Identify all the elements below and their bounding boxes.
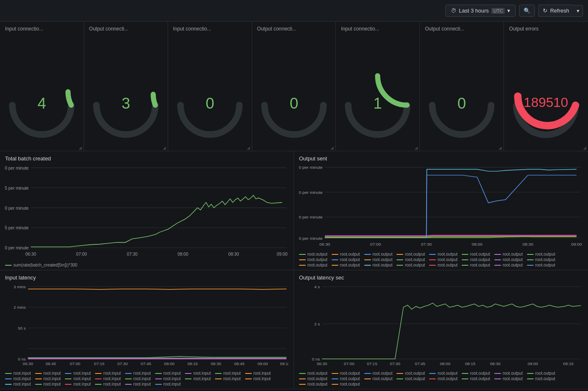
legend-label: root.output [535, 263, 555, 267]
legend-label: root.output [405, 263, 425, 267]
legend-label: root.input [13, 382, 31, 386]
legend-item: root.output [527, 376, 555, 381]
legend-item: root.output [332, 382, 360, 386]
svg-text:09:15: 09:15 [280, 361, 289, 366]
legend-color [527, 265, 534, 266]
total-batch-panel: Total batch created 20 per minute 15 per… [0, 151, 294, 270]
legend-label: root.input [223, 371, 241, 376]
svg-text:08:30: 08:30 [490, 361, 501, 366]
legend-item: root.input [185, 376, 211, 381]
zoom-out-button[interactable]: 🔍 [519, 5, 535, 17]
legend-item: root.output [299, 382, 327, 386]
legend-label: root.input [253, 371, 271, 376]
legend-color [396, 378, 403, 379]
svg-text:06:30: 06:30 [26, 252, 36, 256]
timezone-badge[interactable]: UTC [491, 8, 505, 14]
gauge-panel-1: Output connecti...3◢ [84, 22, 168, 151]
svg-text:08:15: 08:15 [465, 361, 476, 366]
legend-label: root.input [253, 376, 271, 381]
gauge-svg: 0 [257, 33, 331, 147]
legend-color [155, 373, 162, 374]
refresh-button[interactable]: ↻ Refresh [538, 5, 573, 17]
legend-label: root.output [470, 376, 490, 381]
legend-color [299, 254, 306, 255]
legend-color [299, 378, 306, 379]
gauge-panel-3: Output connecti...0◢ [252, 22, 336, 151]
svg-text:0: 0 [205, 95, 214, 112]
legend-label: root.output [503, 376, 523, 381]
legend-label: root.output [340, 257, 360, 262]
legend-item: root.input [245, 376, 271, 381]
legend-item: root.output [494, 263, 523, 267]
legend-label: root.input [223, 376, 241, 381]
svg-text:07:15: 07:15 [94, 361, 105, 366]
legend-label: root.output [405, 371, 425, 376]
refresh-dropdown[interactable]: ▾ [573, 5, 583, 17]
legend-item: root.input [95, 371, 121, 376]
legend-item: root.output [494, 376, 523, 381]
legend-color [462, 259, 468, 260]
legend-label: root.output [470, 371, 490, 376]
gauge-panel-2: Input connectio...0◢ [168, 22, 252, 151]
svg-text:07:30: 07:30 [390, 361, 400, 366]
legend-label: root.output [535, 257, 555, 262]
gauge-row: Input connectio...4◢Output connecti...3◢… [0, 22, 588, 151]
output-latency-chart-area: 4 s 2 s 0 ns 06:30 07:00 07:15 07:30 07:… [299, 282, 583, 369]
legend-item: root.output [429, 263, 458, 267]
total-batch-chart-area: 20 per minute 15 per minute 10 per minut… [5, 163, 289, 261]
legend-color [527, 254, 534, 255]
legend-label: root.input [133, 371, 151, 376]
legend-label: root.output [503, 263, 523, 267]
legend-label: root.output [437, 252, 458, 256]
legend-item: root.output [527, 257, 555, 262]
input-latency-chart-area: 3 mins 2 mins 50 s 0 ns 06:30 06:45 07:0… [5, 282, 289, 369]
legend-color [35, 373, 42, 374]
legend-item: root.output [332, 257, 360, 262]
svg-text:06:30: 06:30 [320, 242, 330, 246]
gauge-panel-6: Output errors189510◢ [504, 22, 588, 151]
legend-label: root.output [470, 257, 490, 262]
legend-label: root.input [133, 382, 151, 386]
legend-color [429, 254, 436, 255]
legend-color [462, 265, 468, 266]
legend-color [95, 384, 102, 385]
time-range-button[interactable]: ⏱ Last 3 hours UTC ▾ [445, 5, 516, 17]
legend-item: root.input [155, 382, 181, 386]
legend-color [299, 259, 306, 260]
legend-item: root.output [332, 371, 360, 376]
svg-text:06:30: 06:30 [317, 361, 327, 366]
svg-text:1: 1 [373, 95, 382, 112]
svg-text:08:30: 08:30 [211, 361, 221, 366]
legend-item: root.input [215, 371, 241, 376]
legend-color [332, 384, 338, 385]
svg-text:100 per minute: 100 per minute [299, 215, 323, 220]
legend-color [494, 378, 501, 379]
legend-item: root.output [332, 376, 360, 381]
legend-color [299, 384, 306, 385]
legend-item: root.output [364, 376, 393, 381]
gauge-svg: 4 [5, 33, 79, 147]
legend-label: root.output [535, 376, 555, 381]
svg-text:4: 4 [38, 95, 46, 112]
legend-color [299, 373, 306, 374]
svg-text:0: 0 [458, 95, 466, 112]
svg-text:07:00: 07:00 [344, 361, 354, 366]
svg-text:200 per minute: 200 per minute [299, 190, 323, 195]
legend-color [35, 378, 42, 379]
legend-item: root.output [396, 263, 425, 267]
legend-color [5, 378, 12, 379]
legend-item: root.output [462, 252, 490, 256]
svg-text:08:00: 08:00 [472, 242, 483, 246]
legend-item: root.output [299, 371, 327, 376]
resize-handle: ◢ [414, 145, 418, 150]
svg-text:0 ns: 0 ns [312, 357, 320, 361]
legend-label: root.output [340, 252, 360, 256]
svg-text:08:00: 08:00 [177, 252, 188, 256]
svg-text:2 mins: 2 mins [14, 305, 26, 310]
svg-text:0 per minute: 0 per minute [5, 246, 29, 250]
svg-text:09:00: 09:00 [571, 242, 582, 246]
legend-color [429, 259, 436, 260]
svg-text:09:00: 09:00 [528, 361, 538, 366]
resize-handle: ◢ [247, 145, 250, 150]
legend-item: root.output [396, 376, 425, 381]
